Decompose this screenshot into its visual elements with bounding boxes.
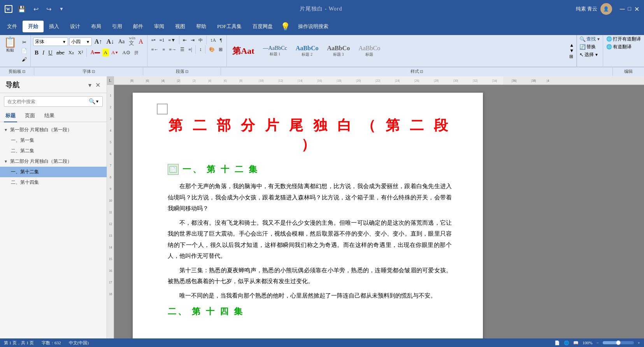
border-btn[interactable]: ⊞	[217, 46, 224, 53]
zoom-out-btn[interactable]: −	[597, 340, 599, 345]
find-btn[interactable]: 查找	[586, 36, 596, 42]
font-expand-btn[interactable]: ⊡	[92, 69, 95, 74]
increase-indent-btn[interactable]: ⇥	[189, 37, 196, 44]
superscript-btn[interactable]: X²	[76, 49, 84, 56]
menu-home[interactable]: 开始	[23, 21, 44, 32]
view-print-btn[interactable]: 📄	[555, 340, 560, 345]
bullets-btn[interactable]: ≡•	[150, 37, 157, 44]
clipboard-expand-btn[interactable]: ⊡	[22, 69, 25, 74]
paragraph-expand-btn[interactable]: ⊡	[185, 69, 188, 74]
cut-btn[interactable]: ✂	[19, 39, 29, 46]
char-effect-btn[interactable]: A⊙	[121, 49, 132, 56]
show-hide-btn[interactable]: ¶	[218, 37, 223, 44]
styles-expand[interactable]: ⊞	[569, 54, 574, 59]
copy-btn[interactable]: 📄	[19, 47, 29, 55]
paste-btn[interactable]: 📋 粘贴	[2, 36, 19, 66]
nav-options-btn[interactable]: ▾	[88, 81, 92, 90]
italic-btn[interactable]: I	[41, 49, 46, 57]
font-grow-btn[interactable]: A↑	[93, 37, 104, 46]
nav-item-part1[interactable]: ▼ 第一部分 片尾独白（第一段）	[0, 125, 107, 135]
nav-item-part2[interactable]: ▼ 第二部分 片尾独白（第二段）	[0, 156, 107, 167]
font-name-selector[interactable]: 宋体 ▼	[33, 37, 68, 46]
menu-view[interactable]: 视图	[170, 21, 191, 32]
menu-file[interactable]: 文件	[2, 21, 23, 32]
nav-search-icon[interactable]: 🔍	[89, 98, 95, 105]
decrease-indent-btn[interactable]: ⇤	[181, 37, 188, 44]
justify-btn[interactable]: ☰	[179, 46, 186, 53]
select-btn[interactable]: 选择	[584, 51, 594, 58]
styles-scroll[interactable]: ▲ ▼ ⊞	[569, 42, 575, 60]
zoom-thumb[interactable]	[616, 340, 621, 345]
menu-references[interactable]: 引用	[107, 21, 128, 32]
style-heading1-btn[interactable]: —AaBbCc 标题 1	[259, 37, 291, 65]
nav-search-dropdown[interactable]: ▼	[95, 99, 99, 104]
undo-quick-btn[interactable]: ↩	[31, 4, 41, 14]
styles-scroll-up[interactable]: ▲	[569, 42, 574, 48]
nav-tab-headings[interactable]: 标题	[4, 110, 17, 122]
nav-item-part2-ch1[interactable]: 一、第十二集	[0, 167, 107, 177]
change-case-btn[interactable]: Aa	[117, 38, 126, 46]
replace-btn[interactable]: 替换	[586, 44, 596, 50]
numbering-btn[interactable]: ≡1	[158, 37, 166, 44]
style-heading3-btn[interactable]: AaBbCo 标题 3	[323, 37, 354, 65]
shading-color-btn[interactable]: A▼	[110, 49, 120, 56]
save-quick-btn[interactable]: 💾	[16, 4, 28, 14]
align-left-btn[interactable]: ≡←	[150, 46, 160, 53]
menu-review[interactable]: 审阅	[149, 21, 170, 32]
style-title-btn[interactable]: AaBbCo 标题	[354, 37, 384, 65]
redo-quick-btn[interactable]: ↪	[44, 4, 54, 14]
menu-mail[interactable]: 邮件	[128, 21, 149, 32]
menu-baidu[interactable]: 百度网盘	[247, 21, 278, 32]
font-size-selector[interactable]: 小四 ▼	[69, 37, 92, 46]
underline-btn[interactable]: U	[47, 49, 54, 57]
nav-item-part1-ch1[interactable]: 一、第一集	[0, 135, 107, 146]
strikethrough-btn[interactable]: abc	[55, 49, 66, 57]
text-highlight-btn[interactable]: A	[102, 49, 109, 56]
subscript-btn[interactable]: X₂	[67, 49, 75, 56]
shading-btn[interactable]: 🎨	[207, 46, 216, 53]
font-color-btn[interactable]: A	[89, 49, 101, 56]
view-read-btn[interactable]: 📖	[573, 340, 579, 345]
format-painter-btn[interactable]: 🖌	[19, 56, 29, 63]
menu-search[interactable]: 操作说明搜索	[293, 21, 334, 32]
style-default-btn[interactable]: 第Aat	[228, 37, 258, 65]
close-btn[interactable]: ✕	[634, 5, 639, 13]
document-scroll-area[interactable]: 第 二 部 分 片 尾 独 白 （ 第 二 段 ） 📄 一、 第 十 二 集 在	[114, 85, 644, 338]
menu-insert[interactable]: 插入	[44, 21, 65, 32]
styles-expand-btn[interactable]: ⊡	[420, 69, 423, 74]
user-name[interactable]: 纯素 青云	[576, 5, 597, 12]
youdao-translate-btn[interactable]: 🌐有道翻译	[606, 44, 641, 50]
nav-tab-results[interactable]: 结果	[43, 110, 56, 122]
sort-btn[interactable]: ↕A	[209, 37, 218, 44]
youdao-open-btn[interactable]: 🌐打开有道翻译	[606, 36, 641, 42]
styles-scroll-down[interactable]: ▼	[569, 48, 574, 53]
nav-close-btn[interactable]: ✕	[95, 81, 101, 90]
nav-tab-pages[interactable]: 页面	[23, 110, 37, 122]
phonetic-guide-btn[interactable]: 拼	[133, 49, 140, 56]
font-shrink-btn[interactable]: A↓	[105, 37, 116, 46]
maximize-btn[interactable]: □	[628, 6, 631, 12]
view-web-btn[interactable]: 🌐	[564, 340, 569, 345]
menu-design[interactable]: 设计	[65, 21, 86, 32]
nav-item-part1-ch2[interactable]: 二、第二集	[0, 146, 107, 156]
align-center-btn[interactable]: ≡	[161, 46, 167, 53]
line-spacing-btn[interactable]: ↕	[198, 46, 203, 53]
nav-search-input[interactable]	[7, 99, 89, 104]
minimize-btn[interactable]: ─	[620, 5, 625, 13]
user-avatar[interactable]: 👤	[600, 3, 612, 15]
menu-help[interactable]: 帮助	[191, 21, 212, 32]
align-right-btn[interactable]: ≡→	[167, 46, 178, 53]
customize-quick-btn[interactable]: ▼	[57, 5, 66, 14]
bold-btn[interactable]: B	[33, 49, 40, 57]
style-heading2-btn[interactable]: AaBbCo 标题 2	[292, 37, 323, 65]
zoom-in-btn[interactable]: +	[638, 340, 640, 345]
nav-item-part2-ch2[interactable]: 二、第十四集	[0, 177, 107, 188]
distributed-btn[interactable]: ≡|	[187, 46, 193, 53]
zoom-slider[interactable]	[603, 341, 634, 344]
pinyin-btn[interactable]: wén 文	[127, 36, 136, 48]
multilevel-list-btn[interactable]: ≡▼	[167, 37, 177, 44]
menu-pdf[interactable]: PDF工具集	[212, 21, 247, 32]
clear-format-btn[interactable]: A	[137, 37, 145, 46]
chinese-layout-btn[interactable]: 中	[197, 37, 204, 44]
menu-layout[interactable]: 布局	[86, 21, 107, 32]
